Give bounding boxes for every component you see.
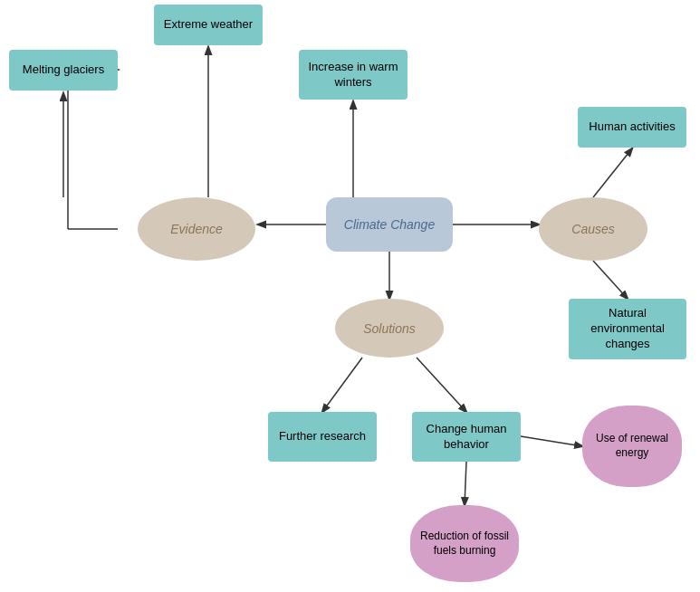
svg-line-14 bbox=[465, 462, 466, 505]
climate-change-node: Climate Change bbox=[326, 197, 453, 252]
solutions-node: Solutions bbox=[335, 299, 444, 358]
diagram-container: Melting glaciers Extreme weather Increas… bbox=[0, 0, 700, 592]
svg-line-11 bbox=[322, 358, 362, 412]
increase-winters-node: Increase in warm winters bbox=[299, 50, 408, 100]
svg-line-12 bbox=[417, 358, 466, 412]
use-renewal-node: Use of renewal energy bbox=[582, 406, 682, 487]
svg-line-10 bbox=[593, 261, 628, 299]
melting-glaciers-node: Melting glaciers bbox=[9, 50, 118, 91]
evidence-node: Evidence bbox=[138, 197, 255, 261]
natural-env-node: Natural environmental changes bbox=[569, 299, 686, 359]
svg-line-9 bbox=[593, 148, 632, 197]
extreme-weather-node: Extreme weather bbox=[154, 5, 263, 45]
causes-node: Causes bbox=[539, 197, 647, 261]
further-research-node: Further research bbox=[268, 412, 377, 462]
reduction-fossil-node: Reduction of fossil fuels burning bbox=[410, 505, 519, 582]
change-human-node: Change human behavior bbox=[412, 412, 521, 462]
svg-line-13 bbox=[521, 436, 582, 446]
human-activities-node: Human activities bbox=[578, 107, 686, 148]
